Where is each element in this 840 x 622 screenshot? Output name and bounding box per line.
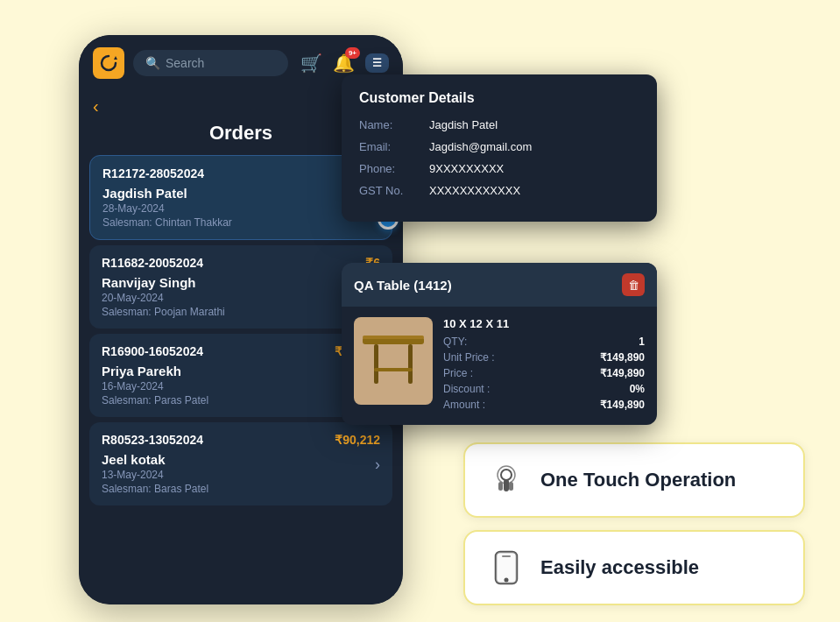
customer-details-popup: Customer Details Name: Jagdish Patel Ema… [342,74,657,222]
svg-rect-8 [509,482,513,491]
order-date-4: 13-May-2024 [102,469,380,481]
unit-price-value: ₹149,890 [600,351,645,364]
touch-icon [486,460,526,500]
search-icon: 🔍 [145,56,160,70]
order-salesman-4: Salesman: Baras Patel [102,483,380,495]
name-label: Name: [359,118,429,131]
order-amount-4: ₹90,212 [335,433,380,447]
product-size: 10 X 12 X 11 [443,317,645,330]
feature-text-accessible: Easily accessible [540,556,699,579]
order-item-4[interactable]: R80523-13052024 ₹90,212 Jeel kotak 13-Ma… [89,422,392,505]
order-header-4: R80523-13052024 ₹90,212 [102,433,380,447]
amount-value: ₹149,890 [600,399,645,411]
order-id-2: R11682-20052024 [102,256,203,270]
trash-icon: 🗑 [628,279,639,292]
qa-table-header: QA Table (1412) 🗑 [342,263,657,307]
svg-point-5 [501,470,512,480]
product-details: 10 X 12 X 11 QTY: 1 Unit Price : ₹149,89… [443,317,645,414]
svg-rect-13 [502,555,511,557]
name-value: Jagdish Patel [429,118,498,131]
order-header-3: R16900-16052024 ₹90,212 [102,344,380,358]
svg-rect-1 [374,344,378,384]
menu-button[interactable]: ☰ [365,53,389,73]
price-label: Price : [443,367,473,379]
qty-row: QTY: 1 [443,336,645,348]
search-placeholder: Search [166,56,204,70]
order-salesman-1: Salesman: Chintan Thakkar [102,216,379,229]
order-date-1: 28-May-2024 [102,202,379,215]
feature-card-one-touch: One Touch Operation [463,442,805,518]
notification-badge: 9+ [345,47,360,59]
order-salesman-3: Salesman: Paras Patel [102,394,380,406]
cart-icon: 🛒 [300,53,322,73]
phone-icon [486,548,526,588]
feature-card-accessible: Easily accessible [463,530,805,605]
svg-rect-9 [498,482,503,491]
email-value: Jagdish@gmail.com [429,140,532,153]
phone-label: Phone: [359,162,429,175]
order-customer-3: Priya Parekh [102,364,380,378]
unit-price-label: Unit Price : [443,351,495,364]
customer-phone-row: Phone: 9XXXXXXXXX [359,162,639,175]
email-label: Email: [359,140,429,153]
header-icons: 🛒 🔔 9+ ☰ [300,53,389,74]
cart-icon-btn[interactable]: 🛒 [300,53,322,74]
order-id-1: R12172-28052024 [102,166,204,180]
feature-text-one-touch: One Touch Operation [540,469,736,491]
delete-button[interactable]: 🗑 [622,273,645,296]
order-date-3: 16-May-2024 [102,380,380,392]
order-header-1: R12172-28052024 ₹149, [102,166,379,180]
back-icon: ‹ [93,96,99,116]
customer-details-title: Customer Details [359,90,639,106]
order-id-3: R16900-16052024 [102,344,203,358]
order-customer-4: Jeel kotak [102,452,380,467]
qa-table-popup: QA Table (1412) 🗑 10 X 12 X 11 QTY: [342,263,657,425]
svg-point-12 [505,578,509,583]
amount-row: Amount : ₹149,890 [443,399,645,411]
chevron-right-icon-4: › [375,455,380,473]
customer-email-row: Email: Jagdish@gmail.com [359,140,639,153]
amount-label: Amount : [443,399,485,411]
phone-value: 9XXXXXXXXX [429,162,504,175]
order-customer-1: Jagdish Patel [102,186,379,201]
customer-gst-row: GST No. XXXXXXXXXXXX [359,184,639,197]
discount-value: 0% [630,383,645,395]
gst-value: XXXXXXXXXXXX [429,184,520,197]
svg-rect-3 [374,368,413,371]
price-value: ₹149,890 [600,367,645,379]
discount-label: Discount : [443,383,490,395]
qty-label: QTY: [443,336,467,348]
gst-label: GST No. [359,184,429,197]
svg-rect-7 [504,479,509,491]
svg-rect-4 [363,336,424,339]
app-logo [93,47,124,79]
svg-rect-2 [408,344,413,384]
notification-icon-btn[interactable]: 🔔 9+ [333,53,355,74]
search-bar[interactable]: 🔍 Search [133,50,288,76]
qa-table-title: QA Table (1412) [354,278,452,293]
order-salesman-2: Salesman: Poojan Marathi [102,306,380,318]
order-id-4: R80523-13052024 [102,433,203,447]
order-customer-2: Ranvijay Singh [102,275,380,290]
product-image [354,317,433,405]
price-row: Price : ₹149,890 [443,367,645,379]
order-header-2: R11682-20052024 ₹6 [102,256,380,270]
qa-table-content: 10 X 12 X 11 QTY: 1 Unit Price : ₹149,89… [342,307,657,425]
menu-icon: ☰ [372,57,382,69]
discount-row: Discount : 0% [443,383,645,395]
qty-value: 1 [639,336,645,348]
customer-name-row: Name: Jagdish Patel [359,118,639,131]
order-date-2: 20-May-2024 [102,292,380,304]
unit-price-row: Unit Price : ₹149,890 [443,351,645,364]
